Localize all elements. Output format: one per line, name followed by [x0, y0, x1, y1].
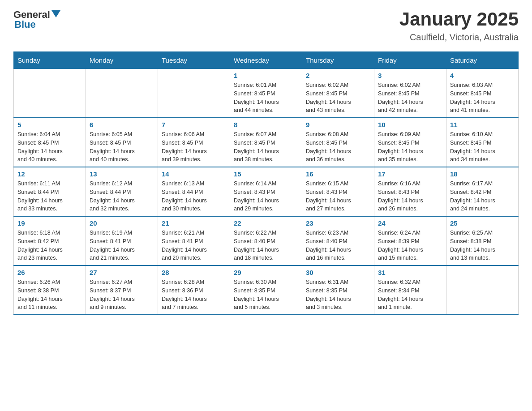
day-number: 29: [234, 269, 298, 276]
day-info: Sunrise: 6:25 AM Sunset: 8:38 PM Dayligh…: [450, 229, 515, 262]
day-number: 20: [90, 219, 154, 227]
day-info: Sunrise: 6:24 AM Sunset: 8:39 PM Dayligh…: [378, 229, 442, 262]
day-number: 2: [306, 72, 370, 79]
day-number: 19: [17, 219, 82, 227]
day-number: 7: [162, 121, 226, 128]
calendar-cell: 10Sunrise: 6:09 AM Sunset: 8:45 PM Dayli…: [374, 118, 446, 167]
calendar-cell: 11Sunrise: 6:10 AM Sunset: 8:45 PM Dayli…: [446, 118, 519, 167]
week-row-2: 5Sunrise: 6:04 AM Sunset: 8:45 PM Daylig…: [14, 118, 519, 167]
calendar-cell: 17Sunrise: 6:16 AM Sunset: 8:43 PM Dayli…: [374, 167, 446, 216]
days-of-week-row: SundayMondayTuesdayWednesdayThursdayFrid…: [14, 52, 519, 69]
logo-blue-text: Blue: [14, 19, 36, 30]
calendar-cell: 14Sunrise: 6:13 AM Sunset: 8:44 PM Dayli…: [158, 167, 230, 216]
calendar-cell: [446, 265, 519, 315]
day-number: 16: [306, 170, 370, 178]
day-info: Sunrise: 6:19 AM Sunset: 8:41 PM Dayligh…: [90, 229, 154, 262]
calendar-cell: [14, 69, 86, 118]
day-info: Sunrise: 6:17 AM Sunset: 8:42 PM Dayligh…: [450, 180, 515, 213]
calendar-cell: 5Sunrise: 6:04 AM Sunset: 8:45 PM Daylig…: [14, 118, 86, 167]
logo: General Blue: [13, 9, 60, 30]
day-number: 31: [378, 269, 442, 276]
day-number: 14: [162, 170, 226, 178]
calendar-table: SundayMondayTuesdayWednesdayThursdayFrid…: [13, 51, 519, 315]
calendar-cell: 26Sunrise: 6:26 AM Sunset: 8:38 PM Dayli…: [14, 265, 86, 315]
calendar-cell: 13Sunrise: 6:12 AM Sunset: 8:44 PM Dayli…: [86, 167, 158, 216]
day-number: 28: [162, 269, 226, 276]
day-header-saturday: Saturday: [446, 52, 519, 69]
calendar-cell: 3Sunrise: 6:02 AM Sunset: 8:45 PM Daylig…: [374, 69, 446, 118]
day-number: 24: [378, 219, 442, 227]
day-info: Sunrise: 6:05 AM Sunset: 8:45 PM Dayligh…: [90, 130, 154, 164]
calendar-cell: 12Sunrise: 6:11 AM Sunset: 8:44 PM Dayli…: [14, 167, 86, 216]
day-info: Sunrise: 6:15 AM Sunset: 8:43 PM Dayligh…: [306, 180, 370, 213]
calendar-cell: 23Sunrise: 6:23 AM Sunset: 8:40 PM Dayli…: [302, 216, 374, 265]
calendar-cell: 15Sunrise: 6:14 AM Sunset: 8:43 PM Dayli…: [230, 167, 302, 216]
day-number: 30: [306, 269, 370, 276]
calendar-cell: 24Sunrise: 6:24 AM Sunset: 8:39 PM Dayli…: [374, 216, 446, 265]
day-number: 26: [17, 269, 82, 276]
day-number: 22: [234, 219, 298, 227]
calendar-title: January 2025: [399, 9, 519, 30]
calendar-cell: 19Sunrise: 6:18 AM Sunset: 8:42 PM Dayli…: [14, 216, 86, 265]
day-number: 27: [90, 269, 154, 276]
day-info: Sunrise: 6:12 AM Sunset: 8:44 PM Dayligh…: [90, 180, 154, 213]
day-number: 5: [17, 121, 82, 128]
calendar-cell: 16Sunrise: 6:15 AM Sunset: 8:43 PM Dayli…: [302, 167, 374, 216]
day-info: Sunrise: 6:30 AM Sunset: 8:35 PM Dayligh…: [234, 278, 298, 312]
day-info: Sunrise: 6:13 AM Sunset: 8:44 PM Dayligh…: [162, 180, 226, 213]
day-info: Sunrise: 6:22 AM Sunset: 8:40 PM Dayligh…: [234, 229, 298, 262]
day-info: Sunrise: 6:26 AM Sunset: 8:38 PM Dayligh…: [17, 278, 82, 312]
calendar-cell: 4Sunrise: 6:03 AM Sunset: 8:45 PM Daylig…: [446, 69, 519, 118]
day-info: Sunrise: 6:16 AM Sunset: 8:43 PM Dayligh…: [378, 180, 442, 213]
calendar-subtitle: Caulfield, Victoria, Australia: [399, 32, 519, 43]
calendar-cell: 29Sunrise: 6:30 AM Sunset: 8:35 PM Dayli…: [230, 265, 302, 315]
day-header-monday: Monday: [86, 52, 158, 69]
day-info: Sunrise: 6:18 AM Sunset: 8:42 PM Dayligh…: [17, 229, 82, 262]
day-number: 11: [450, 121, 515, 128]
day-number: 25: [450, 219, 515, 227]
logo-arrow-icon: [51, 10, 60, 17]
week-row-4: 19Sunrise: 6:18 AM Sunset: 8:42 PM Dayli…: [14, 216, 519, 265]
day-header-friday: Friday: [374, 52, 446, 69]
calendar-cell: 28Sunrise: 6:28 AM Sunset: 8:36 PM Dayli…: [158, 265, 230, 315]
day-info: Sunrise: 6:11 AM Sunset: 8:44 PM Dayligh…: [17, 180, 82, 213]
title-section: January 2025 Caulfield, Victoria, Austra…: [399, 9, 519, 43]
calendar-cell: 21Sunrise: 6:21 AM Sunset: 8:41 PM Dayli…: [158, 216, 230, 265]
calendar-cell: 27Sunrise: 6:27 AM Sunset: 8:37 PM Dayli…: [86, 265, 158, 315]
calendar-cell: 2Sunrise: 6:02 AM Sunset: 8:45 PM Daylig…: [302, 69, 374, 118]
calendar-header: SundayMondayTuesdayWednesdayThursdayFrid…: [14, 52, 519, 69]
week-row-5: 26Sunrise: 6:26 AM Sunset: 8:38 PM Dayli…: [14, 265, 519, 315]
day-info: Sunrise: 6:07 AM Sunset: 8:45 PM Dayligh…: [234, 130, 298, 164]
day-info: Sunrise: 6:08 AM Sunset: 8:45 PM Dayligh…: [306, 130, 370, 164]
day-info: Sunrise: 6:31 AM Sunset: 8:35 PM Dayligh…: [306, 278, 370, 312]
day-info: Sunrise: 6:27 AM Sunset: 8:37 PM Dayligh…: [90, 278, 154, 312]
calendar-cell: 18Sunrise: 6:17 AM Sunset: 8:42 PM Dayli…: [446, 167, 519, 216]
day-info: Sunrise: 6:21 AM Sunset: 8:41 PM Dayligh…: [162, 229, 226, 262]
day-number: 18: [450, 170, 515, 178]
day-number: 8: [234, 121, 298, 128]
day-info: Sunrise: 6:02 AM Sunset: 8:45 PM Dayligh…: [378, 81, 442, 115]
day-header-thursday: Thursday: [302, 52, 374, 69]
day-number: 1: [234, 72, 298, 79]
day-info: Sunrise: 6:28 AM Sunset: 8:36 PM Dayligh…: [162, 278, 226, 312]
day-number: 23: [306, 219, 370, 227]
week-row-3: 12Sunrise: 6:11 AM Sunset: 8:44 PM Dayli…: [14, 167, 519, 216]
day-number: 13: [90, 170, 154, 178]
day-info: Sunrise: 6:04 AM Sunset: 8:45 PM Dayligh…: [17, 130, 82, 164]
calendar-cell: 8Sunrise: 6:07 AM Sunset: 8:45 PM Daylig…: [230, 118, 302, 167]
calendar-cell: 31Sunrise: 6:32 AM Sunset: 8:34 PM Dayli…: [374, 265, 446, 315]
day-info: Sunrise: 6:06 AM Sunset: 8:45 PM Dayligh…: [162, 130, 226, 164]
day-info: Sunrise: 6:10 AM Sunset: 8:45 PM Dayligh…: [450, 130, 515, 164]
calendar-cell: [158, 69, 230, 118]
calendar-cell: 1Sunrise: 6:01 AM Sunset: 8:45 PM Daylig…: [230, 69, 302, 118]
day-info: Sunrise: 6:02 AM Sunset: 8:45 PM Dayligh…: [306, 81, 370, 115]
calendar-cell: 9Sunrise: 6:08 AM Sunset: 8:45 PM Daylig…: [302, 118, 374, 167]
day-info: Sunrise: 6:23 AM Sunset: 8:40 PM Dayligh…: [306, 229, 370, 262]
calendar-body: 1Sunrise: 6:01 AM Sunset: 8:45 PM Daylig…: [14, 69, 519, 315]
day-number: 3: [378, 72, 442, 79]
day-header-wednesday: Wednesday: [230, 52, 302, 69]
day-header-sunday: Sunday: [14, 52, 86, 69]
week-row-1: 1Sunrise: 6:01 AM Sunset: 8:45 PM Daylig…: [14, 69, 519, 118]
day-info: Sunrise: 6:09 AM Sunset: 8:45 PM Dayligh…: [378, 130, 442, 164]
day-number: 12: [17, 170, 82, 178]
